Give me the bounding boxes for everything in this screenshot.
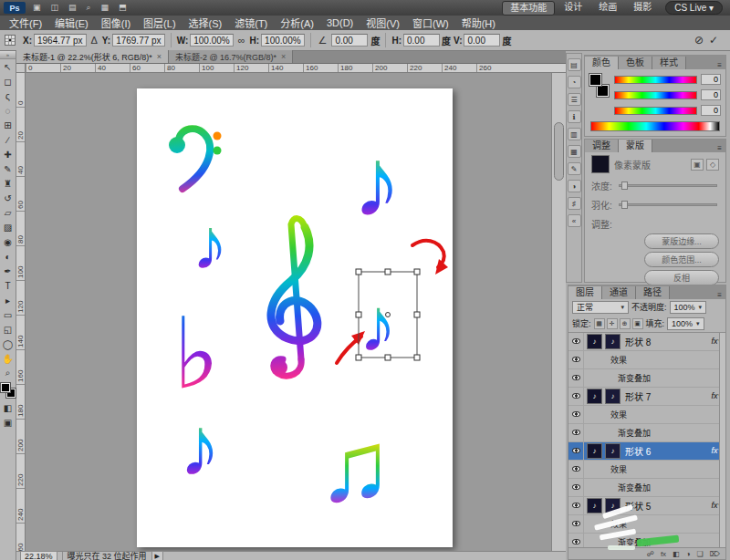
appbar-icon[interactable]: ▣ [28, 3, 46, 13]
feather-slider[interactable] [619, 203, 717, 206]
document-page[interactable]: ♪ ♭ ♪ ♪ ♫ [137, 88, 453, 547]
scrollbar-thumb[interactable] [554, 122, 564, 181]
tool-button[interactable]: T [1, 278, 16, 293]
v-skew-input[interactable]: 0.00 [464, 34, 500, 47]
tool-mode-button[interactable]: ◧ [1, 400, 16, 415]
tab-adjustments[interactable]: 调整 [585, 140, 619, 152]
tool-button[interactable]: ◻ [1, 74, 16, 88]
tool-button[interactable]: ▸ [1, 293, 16, 307]
visibility-toggle[interactable] [568, 369, 584, 387]
menu-item[interactable]: 帮助(H) [455, 15, 502, 31]
workspace-button[interactable]: 基本功能 [502, 1, 555, 16]
layers-footer-icon[interactable]: ⌦ [710, 550, 720, 558]
eighth-note-shape[interactable]: ♪ [192, 203, 228, 285]
workspace-button[interactable]: 绘画 [591, 1, 624, 16]
menu-item[interactable]: 滤镜(T) [228, 15, 274, 31]
workspace-button[interactable]: 摄影 [626, 1, 659, 16]
effects-label[interactable]: 效果 [610, 463, 725, 475]
menu-item[interactable]: 3D(D) [320, 16, 360, 29]
layer-fx-badge[interactable]: fx [711, 501, 717, 510]
bass-clef-shape[interactable] [169, 129, 222, 189]
panel-menu-icon[interactable]: ≡ [717, 291, 725, 299]
close-tab-icon[interactable]: × [157, 52, 162, 61]
tool-mode-button[interactable]: ▣ [1, 415, 16, 430]
cancel-transform-button[interactable]: ⊘ [694, 34, 704, 47]
tool-button[interactable]: ♜ [1, 176, 16, 191]
tab-styles[interactable]: 样式 [652, 57, 686, 69]
document-tab-inactive[interactable]: 未标题-2 @ 16.7%(RGB/8)*× [169, 50, 293, 63]
tool-button[interactable]: ✎ [1, 161, 16, 176]
vector-mask-thumbnail[interactable]: ♪ [605, 334, 620, 349]
x-input[interactable]: 1964.77 px [34, 34, 87, 47]
vector-mask-thumbnail[interactable]: ♪ [605, 389, 620, 404]
tool-button[interactable]: ✚ [1, 147, 16, 161]
tab-swatches[interactable]: 色板 [619, 57, 652, 69]
menu-item[interactable]: 分析(A) [274, 15, 320, 31]
tool-button[interactable]: ◐ [1, 249, 16, 264]
layer-row[interactable]: 效果 [568, 515, 725, 534]
layer-name[interactable]: 形状 6 [625, 444, 711, 458]
h-input[interactable]: 100.00% [261, 34, 304, 47]
tool-button[interactable]: ς [1, 88, 16, 103]
dock-panel-icon[interactable]: ◑ [568, 180, 581, 192]
tool-button[interactable]: ◱ [1, 322, 16, 337]
tab-masks[interactable]: 蒙版 [619, 140, 652, 152]
dock-panel-icon[interactable]: ☰ [568, 93, 581, 106]
treble-clef-shape[interactable] [271, 219, 318, 377]
tool-button[interactable]: ⊞ [1, 118, 16, 132]
appbar-icon[interactable]: ⬒ [114, 3, 131, 13]
eighth-note-shape[interactable]: ♪ [179, 399, 221, 493]
angle-input[interactable]: 0.00 [331, 34, 368, 47]
invert-button[interactable]: 反相 [644, 270, 719, 285]
layer-row[interactable]: 渐变叠加 [568, 369, 725, 388]
layer-name[interactable]: 形状 7 [625, 389, 711, 403]
link-dimensions-icon[interactable]: ∞ [236, 35, 247, 46]
add-mask-icon[interactable]: ◇ [706, 159, 719, 171]
green-value[interactable]: 0 [701, 89, 721, 100]
dock-panel-icon[interactable]: ▤ [568, 58, 581, 71]
visibility-toggle[interactable] [568, 333, 584, 350]
tool-button[interactable]: ∕ [1, 132, 16, 147]
h-skew-input[interactable]: 0.00 [403, 34, 440, 47]
layer-thumbnail[interactable]: ♪ [587, 389, 602, 404]
visibility-toggle[interactable] [568, 461, 584, 478]
tool-button[interactable]: ↺ [1, 191, 16, 205]
red-value[interactable]: 0 [701, 74, 721, 85]
blue-value[interactable]: 0 [701, 105, 721, 116]
layer-thumbnail[interactable]: ♪ [587, 443, 602, 459]
layers-footer-icon[interactable]: ◑ [686, 550, 691, 558]
dock-panel-icon[interactable]: ◔ [568, 76, 581, 88]
effects-label[interactable]: 效果 [610, 354, 725, 366]
eighth-note-shape[interactable]: ♪ [352, 127, 402, 237]
tool-button[interactable]: ▱ [1, 205, 16, 220]
tool-button[interactable]: ◉ [1, 234, 16, 249]
visibility-toggle[interactable] [568, 442, 584, 460]
menu-item[interactable]: 文件(F) [3, 15, 48, 31]
tool-button[interactable]: ✋ [1, 351, 16, 366]
layer-name[interactable]: 形状 5 [625, 499, 711, 513]
layer-row[interactable]: 效果 [568, 406, 725, 424]
mask-thumbnail[interactable] [591, 155, 610, 173]
flat-symbol-shape[interactable]: ♭ [173, 298, 220, 409]
visibility-toggle[interactable] [568, 515, 584, 533]
tool-button[interactable]: ◯ [1, 337, 16, 351]
dock-panel-icon[interactable]: « [568, 214, 581, 227]
lock-icon[interactable]: ▣ [632, 318, 643, 329]
w-input[interactable]: 100.00% [190, 34, 233, 47]
tool-button[interactable]: ▨ [1, 220, 16, 234]
vertical-scrollbar[interactable] [551, 73, 566, 551]
opacity-select[interactable]: 100%▾ [670, 301, 707, 314]
slider-knob[interactable] [621, 201, 628, 209]
fill-select[interactable]: 100%▾ [667, 317, 704, 330]
mask-edge-button[interactable]: 蒙版边缘... [644, 233, 719, 249]
dock-panel-icon[interactable]: ♯ [568, 197, 581, 210]
effects-label[interactable]: 效果 [610, 409, 725, 420]
gradient-overlay-label[interactable]: 渐变叠加 [618, 372, 725, 384]
vector-mask-thumbnail[interactable]: ♪ [605, 498, 620, 513]
canvas-area[interactable]: ♪ ♭ ♪ ♪ ♫ [26, 73, 551, 551]
tab-channels[interactable]: 通道 [602, 286, 636, 299]
lock-icon[interactable]: ⊕ [620, 318, 631, 329]
layers-footer-icon[interactable]: ❏ [697, 550, 704, 558]
layer-fx-badge[interactable]: fx [711, 391, 717, 400]
layer-row[interactable]: 渐变叠加 [568, 534, 725, 547]
